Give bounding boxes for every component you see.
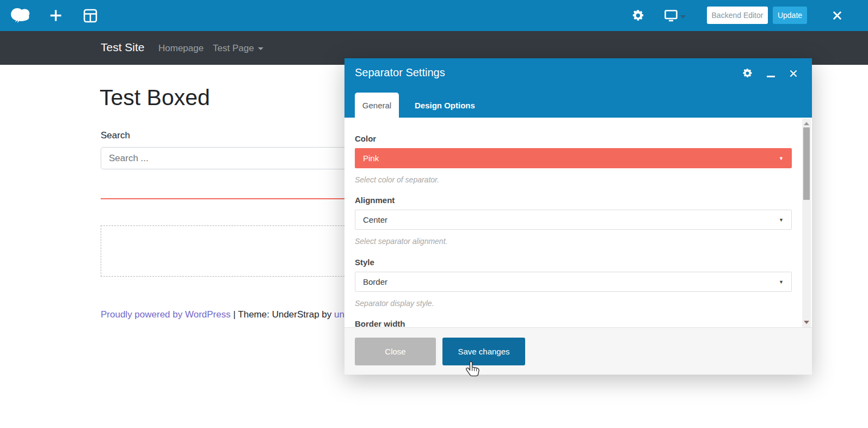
style-select[interactable]: Border ▼ (355, 272, 792, 292)
wpbakery-frontend-editor: Backend Editor Update Test Site Homepage… (0, 0, 868, 428)
field-alignment: Alignment Center ▼ Select separator alig… (355, 195, 792, 246)
alignment-select-value: Center (363, 215, 387, 224)
separator-settings-modal: Separator Settings General Design Option… (344, 58, 812, 375)
field-style-label: Style (355, 258, 792, 267)
update-button[interactable]: Update (773, 7, 807, 24)
scrollbar-up-arrow-icon[interactable] (804, 122, 809, 125)
theme-credit-text: | Theme: UnderStrap by (231, 309, 334, 320)
settings-gear-icon[interactable] (629, 0, 647, 31)
alignment-select[interactable]: Center ▼ (355, 210, 792, 230)
editor-toolbar: Backend Editor Update (0, 0, 868, 31)
field-alignment-label: Alignment (355, 195, 792, 205)
modal-scrollbar[interactable] (802, 119, 811, 327)
field-alignment-help: Select separator alignment. (355, 237, 792, 246)
field-color-help: Select color of separator. (355, 175, 792, 184)
style-select-value: Border (363, 277, 387, 286)
field-border-width-label: Border width (355, 319, 792, 327)
tab-general[interactable]: General (355, 93, 399, 118)
site-brand-link[interactable]: Test Site (101, 41, 145, 54)
nav-dropdown-caret-icon (258, 47, 263, 50)
modal-body: Color Pink ▼ Select color of separator. … (344, 118, 812, 327)
nav-item-test-page-label: Test Page (213, 43, 254, 53)
color-select[interactable]: Pink ▼ (355, 148, 792, 168)
preview-dropdown-caret-icon (680, 15, 686, 19)
field-border-width: Border width (355, 319, 792, 327)
close-button[interactable]: Close (355, 338, 436, 365)
responsive-preview-icon[interactable] (663, 0, 687, 31)
color-select-value: Pink (363, 154, 379, 163)
scrollbar-down-arrow-icon[interactable] (804, 321, 809, 324)
wpbakery-logo-icon[interactable] (8, 0, 35, 31)
field-style-help: Separator display style. (355, 299, 792, 308)
field-color-label: Color (355, 134, 792, 143)
add-element-icon[interactable] (47, 0, 64, 31)
select-caret-icon: ▼ (779, 217, 784, 223)
backend-editor-button[interactable]: Backend Editor (707, 7, 768, 24)
exit-editor-close-icon[interactable] (828, 0, 846, 31)
field-style: Style Border ▼ Separator display style. (355, 258, 792, 308)
modal-header[interactable]: Separator Settings (344, 58, 812, 88)
modal-title: Separator Settings (355, 66, 445, 79)
page-title: Test Boxed (100, 85, 210, 111)
wordpress-credit-link[interactable]: Proudly powered by WordPress (101, 309, 231, 320)
modal-footer: Close Save changes (344, 327, 812, 375)
modal-tabbar: General Design Options (344, 88, 812, 118)
tab-design-options[interactable]: Design Options (409, 93, 481, 118)
select-caret-icon: ▼ (779, 279, 784, 285)
save-changes-button[interactable]: Save changes (442, 338, 525, 365)
scrollbar-thumb[interactable] (803, 127, 810, 200)
search-widget-label: Search (101, 130, 130, 141)
modal-minimize-icon[interactable] (767, 69, 775, 77)
site-footer-credits: Proudly powered by WordPress | Theme: Un… (101, 309, 344, 320)
select-caret-icon: ▼ (779, 156, 784, 161)
templates-icon[interactable] (82, 0, 99, 31)
field-color: Color Pink ▼ Select color of separator. (355, 134, 792, 184)
modal-settings-gear-icon[interactable] (742, 68, 753, 78)
modal-close-icon[interactable] (789, 69, 798, 78)
nav-item-test-page[interactable]: Test Page (213, 43, 263, 54)
nav-item-homepage[interactable]: Homepage (158, 43, 204, 54)
understrap-credit-link[interactable]: un (334, 309, 344, 320)
